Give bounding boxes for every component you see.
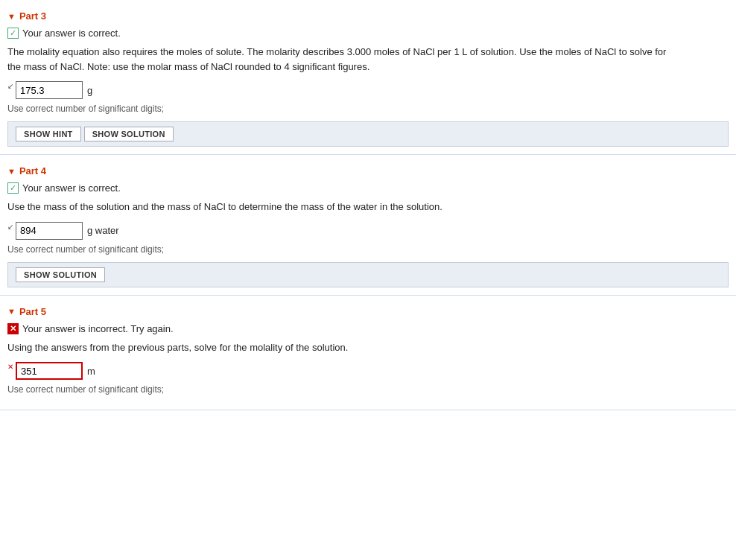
part3-input-wrapper: ↙ bbox=[7, 81, 83, 99]
part5-incorrect-text: Your answer is incorrect. Try again. bbox=[22, 323, 174, 334]
part4-button-bar: SHOW SOLUTION bbox=[7, 262, 729, 287]
part4-correct-msg: ✓ Your answer is correct. bbox=[7, 182, 729, 194]
part4-hint-text: Use correct number of significant digits… bbox=[7, 244, 729, 255]
part4-show-solution-button[interactable]: SHOW SOLUTION bbox=[16, 267, 105, 282]
part5-input-wrapper: ✕ bbox=[7, 362, 83, 380]
part4-input-wrapper: ↙ bbox=[7, 222, 83, 240]
part4-section: ▼ Part 4 ✓ Your answer is correct. Use t… bbox=[0, 155, 736, 296]
part3-input-row: ↙ g bbox=[7, 81, 729, 99]
part5-title: ▼ Part 5 bbox=[7, 306, 729, 317]
part3-title: ▼ Part 3 bbox=[7, 10, 729, 22]
part3-description: The molality equation also requires the … bbox=[7, 45, 678, 74]
part5-section: ▼ Part 5 ✕ Your answer is incorrect. Try… bbox=[0, 296, 736, 411]
arrow-icon: ▼ bbox=[7, 12, 16, 21]
part4-title: ▼ Part 4 bbox=[7, 165, 729, 176]
arrow-icon-4: ▼ bbox=[7, 167, 16, 176]
part4-unit: g water bbox=[87, 225, 119, 236]
part4-corner-mark: ↙ bbox=[7, 223, 13, 231]
part4-description: Use the mass of the solution and the mas… bbox=[7, 200, 678, 214]
part5-unit: m bbox=[87, 366, 95, 377]
x-icon: ✕ bbox=[7, 323, 19, 334]
part3-title-text: Part 3 bbox=[19, 10, 46, 22]
part5-incorrect-msg: ✕ Your answer is incorrect. Try again. bbox=[7, 323, 729, 334]
part3-button-bar: SHOW HINT SHOW SOLUTION bbox=[7, 121, 729, 147]
part4-answer-input[interactable] bbox=[16, 222, 83, 240]
part4-input-row: ↙ g water bbox=[7, 222, 729, 240]
check-icon-4: ✓ bbox=[7, 182, 19, 194]
part3-unit: g bbox=[87, 85, 92, 96]
part5-answer-input[interactable] bbox=[16, 362, 83, 380]
part5-input-row: ✕ m bbox=[7, 362, 729, 380]
part3-show-solution-button[interactable]: SHOW SOLUTION bbox=[84, 127, 174, 141]
part3-correct-text: Your answer is correct. bbox=[22, 28, 121, 39]
part5-description: Using the answers from the previous part… bbox=[7, 340, 678, 355]
part3-answer-input[interactable] bbox=[16, 81, 83, 99]
part3-corner-mark: ↙ bbox=[7, 82, 13, 90]
part3-show-hint-button[interactable]: SHOW HINT bbox=[16, 127, 81, 141]
part5-corner-mark: ✕ bbox=[7, 363, 13, 371]
page-wrapper: ▼ Part 3 ✓ Your answer is correct. The m… bbox=[0, 0, 736, 410]
part5-hint-text: Use correct number of significant digits… bbox=[7, 384, 729, 395]
arrow-icon-5: ▼ bbox=[7, 307, 16, 316]
part3-correct-msg: ✓ Your answer is correct. bbox=[7, 28, 729, 39]
part3-hint-text: Use correct number of significant digits… bbox=[7, 104, 729, 114]
part4-title-text: Part 4 bbox=[19, 165, 46, 176]
part5-title-text: Part 5 bbox=[19, 306, 46, 317]
check-icon: ✓ bbox=[7, 28, 19, 39]
part4-correct-text: Your answer is correct. bbox=[22, 182, 121, 194]
part3-section: ▼ Part 3 ✓ Your answer is correct. The m… bbox=[0, 0, 736, 155]
